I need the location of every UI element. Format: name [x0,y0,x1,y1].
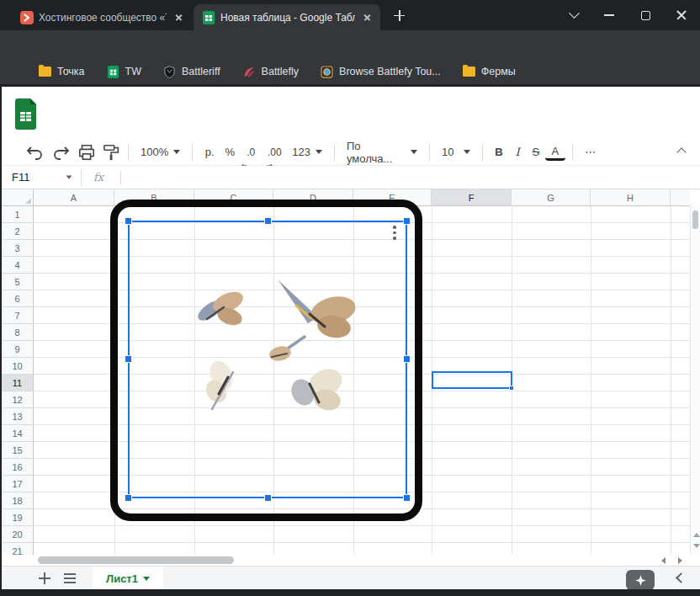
decrease-decimal-button[interactable]: .0 [240,141,262,163]
more-toolbar-button[interactable]: ⋯ [580,141,602,163]
row-header-6[interactable]: 6 [2,290,34,307]
image-options-icon[interactable] [390,226,399,242]
resize-handle-e[interactable] [404,356,410,362]
close-window-button[interactable] [670,7,693,24]
column-header-C[interactable]: C [194,189,273,206]
more-formats-label: 123 [292,146,310,158]
bookmark-fermy[interactable]: Фермы [463,66,516,77]
bookmark-battlefy-tournaments[interactable]: Browse Battlefy Tou... [321,66,441,78]
open-sidebar-chevron-icon[interactable] [676,572,687,583]
column-header-D[interactable]: D [273,189,353,206]
currency-format-button[interactable]: р. [199,141,220,163]
divider [120,171,121,184]
column-header-B[interactable]: B [114,189,194,206]
resize-handle-n[interactable] [265,218,271,224]
vertical-scroll-thumb[interactable] [692,210,698,229]
divider [334,144,335,161]
browser-tab-sheets[interactable]: Новая таблица - Google Таблиц [194,4,380,30]
bookmark-battlefly[interactable]: Battlefly [242,66,299,78]
row-header-20[interactable]: 20 [2,526,34,543]
row-header-8[interactable]: 8 [2,324,34,341]
fill-handle[interactable] [509,386,514,391]
window-left-edge [0,87,2,589]
horizontal-scroll-thumb[interactable] [38,556,234,564]
scroll-right-icon[interactable] [678,557,682,564]
strikethrough-button[interactable]: S [527,141,545,163]
row-header-17[interactable]: 17 [2,476,34,492]
print-icon[interactable] [77,141,96,163]
scroll-up-icon[interactable] [693,533,700,537]
row-header-5[interactable]: 5 [2,274,34,290]
row-header-10[interactable]: 10 [2,358,34,375]
divider [572,144,573,161]
row-header-9[interactable]: 9 [2,341,34,358]
minimize-button[interactable] [597,7,621,24]
bookmark-battleriff[interactable]: Battleriff [163,66,220,78]
row-header-16[interactable]: 16 [2,459,34,476]
folder-icon [463,67,475,77]
resize-handle-se[interactable] [404,495,410,501]
row-header-12[interactable]: 12 [2,391,34,408]
name-box[interactable]: F11 [2,166,81,189]
bookmark-tochka[interactable]: Точка [39,66,85,77]
name-box-value: F11 [12,171,29,184]
font-family-select[interactable]: По умолча... [342,140,422,165]
row-header-4[interactable]: 4 [2,257,34,274]
bookmark-tw[interactable]: TW [107,66,141,78]
paint-format-icon[interactable] [103,141,121,163]
row-header-18[interactable]: 18 [2,492,34,509]
resize-handle-s[interactable] [265,495,271,501]
sparkle-icon [634,574,647,587]
percent-format-button[interactable]: % [220,141,240,163]
italic-button[interactable]: I [508,141,527,163]
undo-icon[interactable] [25,141,45,163]
fx-icon: fx [93,171,103,184]
select-all-corner[interactable] [2,189,34,206]
vertical-scrollbar[interactable] [690,206,700,555]
sheets-logo-icon[interactable] [15,98,39,130]
sheet-tab-list1[interactable]: Лист1 [93,567,163,590]
row-header-2[interactable]: 2 [2,223,34,240]
resize-handle-ne[interactable] [404,218,410,224]
column-header-H[interactable]: H [591,189,671,206]
column-header-E[interactable]: E [353,189,432,206]
maximize-button[interactable] [634,7,657,24]
resize-handle-w[interactable] [125,356,131,362]
row-header-21[interactable]: 21 [2,543,34,555]
tab-search-icon[interactable] [562,7,586,24]
wing-icon [242,66,256,78]
tab-close-icon[interactable] [360,11,374,24]
row-header-19[interactable]: 19 [2,509,34,526]
row-header-1[interactable]: 1 [2,206,34,223]
image-selection-box[interactable] [128,221,407,498]
horizontal-scrollbar[interactable] [2,555,700,566]
row-header-7[interactable]: 7 [2,307,34,324]
increase-decimal-button[interactable]: .00 [262,141,287,163]
bookmark-label: Battleriff [182,66,220,77]
column-header-partial[interactable] [671,189,690,206]
browser-tab-timeweb[interactable]: Хостинговое сообщество «Time [12,4,192,30]
scroll-down-icon[interactable] [693,544,700,548]
tab-close-icon[interactable] [172,11,185,24]
row-header-15[interactable]: 15 [2,442,34,459]
row-header-3[interactable]: 3 [2,240,34,257]
row-header-11[interactable]: 11 [2,375,34,391]
new-tab-button[interactable] [392,8,406,23]
collapse-toolbar-icon[interactable] [676,147,686,157]
bold-button[interactable]: B [490,141,508,163]
column-header-A[interactable]: A [34,189,114,206]
scroll-left-icon[interactable] [661,557,666,564]
more-formats-button[interactable]: 123 [287,146,327,158]
column-header-G[interactable]: G [512,189,591,206]
resize-handle-sw[interactable] [125,495,131,501]
font-size-select[interactable]: 10 [437,146,475,158]
resize-handle-nw[interactable] [125,218,131,224]
zoom-select[interactable]: 100% [135,146,185,158]
all-sheets-icon[interactable] [64,573,76,583]
explore-button[interactable] [626,570,655,590]
row-header-13[interactable]: 13 [2,408,34,425]
redo-icon[interactable] [50,141,71,163]
text-color-button[interactable]: A [545,144,565,161]
row-header-14[interactable]: 14 [2,425,34,442]
column-header-F[interactable]: F [432,189,512,206]
